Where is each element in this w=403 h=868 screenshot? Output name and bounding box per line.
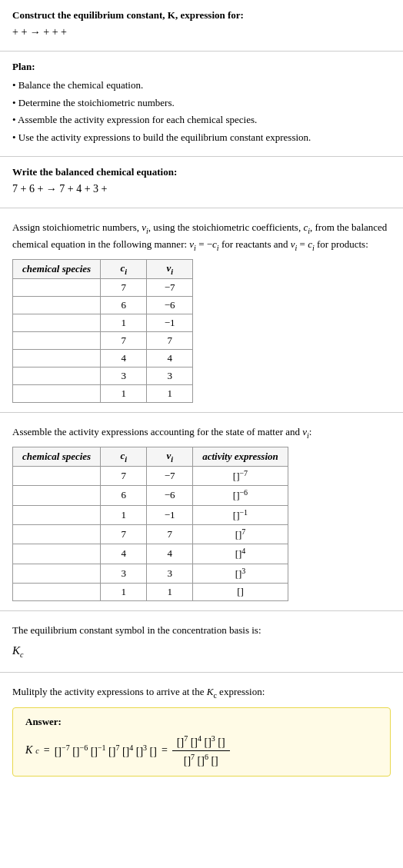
ci-cell: 4 [101,544,147,564]
vi-cell: 7 [147,331,193,349]
ci-cell: 7 [101,278,147,296]
table-row: 7 7 []7 [13,524,288,544]
species-cell [13,278,101,296]
kc-left: K [25,744,32,757]
table-row: 7 −7 [13,278,193,296]
plan-step-4: • Use the activity expressions to build … [12,130,391,145]
plan-step-2: • Determine the stoichiometric numbers. [12,95,391,111]
vi-cell: 1 [147,583,193,600]
species-cell [13,505,101,524]
balanced-title: Write the balanced chemical equation: [12,166,391,178]
equals-sign: = [44,744,50,757]
species-cell [13,349,101,367]
multiply-title: Mulitply the activity expressions to arr… [12,684,391,701]
plan-title: Plan: [12,61,391,73]
balanced-equation: 7 + 6 + → 7 + 4 + 3 + [12,183,391,195]
species-cell [13,314,101,331]
activity-table: chemical species ci νi activity expressi… [12,447,288,601]
stoichiometric-section: Assign stoichiometric numbers, νi, using… [0,208,403,413]
symbol-section: The equilibrium constant symbol in the c… [0,611,403,673]
plan-step-3: • Assemble the activity expression for e… [12,112,391,128]
species-cell [13,583,101,600]
construct-title: Construct the equilibrium constant, K, e… [12,9,391,22]
vi-cell: −1 [147,314,193,331]
vi-cell: 4 [147,544,193,564]
equals-sign-2: = [162,744,168,757]
ci-cell: 6 [101,296,147,314]
symbol-title: The equilibrium constant symbol in the c… [12,623,391,638]
vi-cell: −6 [147,296,193,314]
vi-cell: 4 [147,349,193,367]
ci-cell: 3 [101,564,147,583]
vi-cell: −7 [147,278,193,296]
vi-cell: −7 [147,466,193,485]
kc-denominator: []7 []6 [] [179,751,223,769]
vi-cell: 1 [147,384,193,402]
table-row: 1 −1 [13,314,193,331]
table-row: 7 7 [13,331,193,349]
species-cell [13,296,101,314]
col-ci: ci [101,260,147,279]
table-row: 1 1 [13,384,193,402]
vi-cell: −6 [147,486,193,505]
ci-cell: 1 [101,384,147,402]
stoichiometric-table: chemical species ci νi 7 −7 6 −6 1 −1 [12,259,193,403]
activity-intro: Assemble the activity expressions accoun… [12,424,391,441]
table-row: 7 −7 []−7 [13,466,288,485]
activity-cell: []7 [193,524,288,544]
kc-sub: c [35,747,38,755]
table-row: 4 4 [13,349,193,367]
table-row: 1 −1 []−1 [13,505,288,524]
col-activity: activity expression [193,447,288,467]
symbol-value: Kc [12,642,391,660]
species-cell [13,524,101,544]
vi-cell: 3 [147,367,193,384]
multiply-section: Mulitply the activity expressions to arr… [0,673,403,786]
ci-cell: 4 [101,349,147,367]
ci-cell: 3 [101,367,147,384]
ci-cell: 7 [101,331,147,349]
vi-cell: 3 [147,564,193,583]
species-cell [13,486,101,505]
activity-cell: []4 [193,544,288,564]
table-row: 6 −6 [13,296,193,314]
activity-cell: []−7 [193,466,288,485]
answer-box: Answer: Kc = []−7 []−6 []−1 []7 []4 []3 … [12,707,391,777]
species-cell [13,367,101,384]
ci-cell: 1 [101,583,147,600]
ci-cell: 1 [101,314,147,331]
table-row: 3 3 [13,367,193,384]
ci-cell: 7 [101,524,147,544]
answer-label: Answer: [25,716,378,728]
ci-cell: 7 [101,466,147,485]
activity-cell: []−1 [193,505,288,524]
col-species: chemical species [13,260,101,279]
species-cell [13,544,101,564]
kc-expression: Kc = []−7 []−6 []−1 []7 []4 []3 [] = []7… [25,733,378,768]
col-vi: νi [147,260,193,279]
kc-numerator: []7 []4 []3 [] [172,733,230,751]
species-cell [13,331,101,349]
construct-reaction: + + → + + + [12,26,391,38]
vi-cell: −1 [147,505,193,524]
construct-section: Construct the equilibrium constant, K, e… [0,0,403,52]
plan-step-1: • Balance the chemical equation. [12,78,391,93]
table-row: 4 4 []4 [13,544,288,564]
table-row: 3 3 []3 [13,564,288,583]
activity-section: Assemble the activity expressions accoun… [0,413,403,611]
species-cell [13,564,101,583]
kc-fraction: []7 []4 []3 [] []7 []6 [] [172,733,230,768]
plan-section: Plan: • Balance the chemical equation. •… [0,52,403,157]
kc-expanded: []−7 []−6 []−1 []7 []4 []3 [] [55,743,157,758]
ci-cell: 1 [101,505,147,524]
activity-cell: []−6 [193,486,288,505]
balanced-section: Write the balanced chemical equation: 7 … [0,157,403,208]
species-cell [13,466,101,485]
species-cell [13,384,101,402]
vi-cell: 7 [147,524,193,544]
activity-cell: []3 [193,564,288,583]
table-row: 6 −6 []−6 [13,486,288,505]
col-ci: ci [101,447,147,467]
activity-cell: [] [193,583,288,600]
col-vi: νi [147,447,193,467]
